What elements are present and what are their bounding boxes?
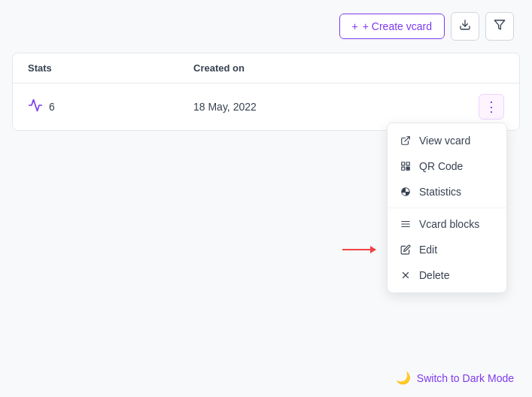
svg-rect-5 — [402, 167, 405, 170]
three-dot-icon: ⋮ — [485, 98, 498, 115]
edit-label: Edit — [419, 244, 437, 256]
create-vcard-button[interactable]: + + Create vcard — [339, 14, 445, 39]
col-stats: Stats — [28, 62, 193, 74]
qr-code-icon — [400, 161, 412, 171]
create-vcard-label: + Create vcard — [363, 20, 432, 32]
svg-rect-9 — [409, 169, 410, 171]
pie-chart-icon — [400, 186, 412, 197]
svg-line-2 — [405, 137, 409, 141]
edit-arrow — [342, 249, 375, 250]
menu-item-delete[interactable]: Delete — [388, 262, 506, 288]
filter-icon — [494, 19, 506, 34]
menu-divider — [388, 208, 506, 208]
view-vcard-label: View vcard — [419, 135, 470, 147]
menu-item-edit[interactable]: Edit — [388, 237, 506, 262]
stats-chart-icon — [28, 98, 43, 117]
vcard-blocks-label: Vcard blocks — [419, 218, 479, 230]
table-row: 6 18 May, 2022 ⋮ View vcard — [13, 83, 519, 130]
filter-button[interactable] — [485, 12, 514, 41]
svg-rect-7 — [409, 167, 410, 168]
delete-label: Delete — [419, 269, 449, 281]
svg-rect-8 — [406, 169, 408, 171]
menu-item-vcard-blocks[interactable]: Vcard blocks — [388, 211, 506, 237]
blocks-icon — [400, 219, 412, 229]
row-actions-button[interactable]: ⋮ — [479, 94, 504, 120]
external-link-icon — [400, 135, 412, 146]
table-header: Stats Created on — [13, 53, 519, 83]
svg-rect-4 — [406, 162, 409, 165]
qr-code-label: QR Code — [419, 160, 463, 172]
svg-rect-3 — [402, 162, 405, 165]
delete-icon — [400, 270, 412, 280]
stats-cell: 6 — [28, 98, 193, 117]
svg-rect-6 — [406, 167, 408, 168]
col-created-on: Created on — [193, 62, 459, 74]
top-bar: + + Create vcard — [0, 0, 532, 53]
edit-icon — [400, 244, 412, 255]
moon-icon: 🌙 — [396, 371, 411, 385]
menu-item-qr-code[interactable]: QR Code — [388, 153, 506, 179]
dark-mode-toggle[interactable]: 🌙 Switch to Dark Mode — [396, 371, 514, 385]
svg-marker-1 — [494, 20, 504, 29]
download-icon — [459, 19, 471, 34]
dropdown-menu: View vcard QR Code Statistics — [387, 123, 507, 293]
data-table: Stats Created on 6 18 May, 2022 ⋮ — [12, 53, 520, 131]
menu-item-view-vcard[interactable]: View vcard — [388, 128, 506, 153]
stats-value: 6 — [49, 101, 55, 113]
statistics-label: Statistics — [419, 186, 461, 198]
plus-icon: + — [352, 20, 358, 32]
dark-mode-label: Switch to Dark Mode — [417, 372, 514, 384]
menu-item-statistics[interactable]: Statistics — [388, 179, 506, 205]
created-on-value: 18 May, 2022 — [193, 101, 459, 113]
download-button[interactable] — [451, 12, 479, 41]
